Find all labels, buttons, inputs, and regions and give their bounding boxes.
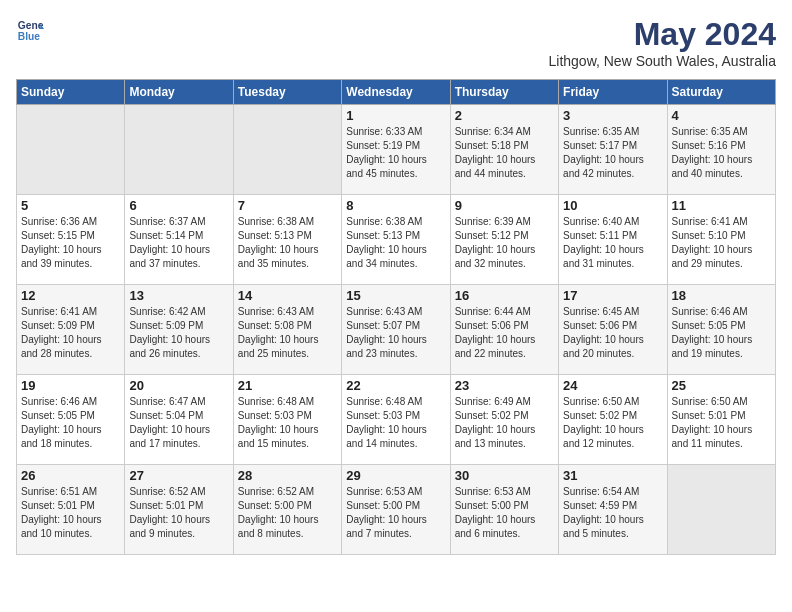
day-info: Sunrise: 6:38 AM Sunset: 5:13 PM Dayligh…: [346, 215, 445, 271]
calendar-cell: 23Sunrise: 6:49 AM Sunset: 5:02 PM Dayli…: [450, 375, 558, 465]
calendar-cell: 22Sunrise: 6:48 AM Sunset: 5:03 PM Dayli…: [342, 375, 450, 465]
calendar-cell: 1Sunrise: 6:33 AM Sunset: 5:19 PM Daylig…: [342, 105, 450, 195]
calendar-cell: 13Sunrise: 6:42 AM Sunset: 5:09 PM Dayli…: [125, 285, 233, 375]
calendar-cell: 26Sunrise: 6:51 AM Sunset: 5:01 PM Dayli…: [17, 465, 125, 555]
day-info: Sunrise: 6:50 AM Sunset: 5:01 PM Dayligh…: [672, 395, 771, 451]
calendar-cell: [125, 105, 233, 195]
svg-text:Blue: Blue: [18, 31, 41, 42]
day-number: 12: [21, 288, 120, 303]
day-number: 18: [672, 288, 771, 303]
day-info: Sunrise: 6:40 AM Sunset: 5:11 PM Dayligh…: [563, 215, 662, 271]
calendar-cell: 7Sunrise: 6:38 AM Sunset: 5:13 PM Daylig…: [233, 195, 341, 285]
logo-icon: General Blue: [16, 16, 44, 44]
day-number: 10: [563, 198, 662, 213]
day-number: 29: [346, 468, 445, 483]
calendar-cell: 15Sunrise: 6:43 AM Sunset: 5:07 PM Dayli…: [342, 285, 450, 375]
day-number: 14: [238, 288, 337, 303]
calendar-cell: 5Sunrise: 6:36 AM Sunset: 5:15 PM Daylig…: [17, 195, 125, 285]
day-number: 20: [129, 378, 228, 393]
day-number: 17: [563, 288, 662, 303]
calendar-cell: 25Sunrise: 6:50 AM Sunset: 5:01 PM Dayli…: [667, 375, 775, 465]
calendar-cell: 9Sunrise: 6:39 AM Sunset: 5:12 PM Daylig…: [450, 195, 558, 285]
day-info: Sunrise: 6:52 AM Sunset: 5:00 PM Dayligh…: [238, 485, 337, 541]
calendar-cell: 29Sunrise: 6:53 AM Sunset: 5:00 PM Dayli…: [342, 465, 450, 555]
calendar-cell: 19Sunrise: 6:46 AM Sunset: 5:05 PM Dayli…: [17, 375, 125, 465]
weekday-header-tuesday: Tuesday: [233, 80, 341, 105]
calendar-cell: 18Sunrise: 6:46 AM Sunset: 5:05 PM Dayli…: [667, 285, 775, 375]
day-number: 22: [346, 378, 445, 393]
logo: General Blue: [16, 16, 44, 44]
page-header: General Blue May 2024 Lithgow, New South…: [16, 16, 776, 69]
weekday-header-saturday: Saturday: [667, 80, 775, 105]
calendar-cell: 28Sunrise: 6:52 AM Sunset: 5:00 PM Dayli…: [233, 465, 341, 555]
calendar-cell: 31Sunrise: 6:54 AM Sunset: 4:59 PM Dayli…: [559, 465, 667, 555]
weekday-header-row: SundayMondayTuesdayWednesdayThursdayFrid…: [17, 80, 776, 105]
day-info: Sunrise: 6:33 AM Sunset: 5:19 PM Dayligh…: [346, 125, 445, 181]
calendar-header: SundayMondayTuesdayWednesdayThursdayFrid…: [17, 80, 776, 105]
day-info: Sunrise: 6:45 AM Sunset: 5:06 PM Dayligh…: [563, 305, 662, 361]
day-number: 3: [563, 108, 662, 123]
day-number: 16: [455, 288, 554, 303]
day-info: Sunrise: 6:39 AM Sunset: 5:12 PM Dayligh…: [455, 215, 554, 271]
day-number: 5: [21, 198, 120, 213]
day-number: 4: [672, 108, 771, 123]
calendar-cell: 6Sunrise: 6:37 AM Sunset: 5:14 PM Daylig…: [125, 195, 233, 285]
day-info: Sunrise: 6:41 AM Sunset: 5:09 PM Dayligh…: [21, 305, 120, 361]
calendar-cell: 21Sunrise: 6:48 AM Sunset: 5:03 PM Dayli…: [233, 375, 341, 465]
title-block: May 2024 Lithgow, New South Wales, Austr…: [549, 16, 777, 69]
calendar-cell: [233, 105, 341, 195]
calendar-cell: 3Sunrise: 6:35 AM Sunset: 5:17 PM Daylig…: [559, 105, 667, 195]
day-info: Sunrise: 6:54 AM Sunset: 4:59 PM Dayligh…: [563, 485, 662, 541]
week-row-4: 19Sunrise: 6:46 AM Sunset: 5:05 PM Dayli…: [17, 375, 776, 465]
week-row-3: 12Sunrise: 6:41 AM Sunset: 5:09 PM Dayli…: [17, 285, 776, 375]
day-info: Sunrise: 6:41 AM Sunset: 5:10 PM Dayligh…: [672, 215, 771, 271]
calendar-cell: 10Sunrise: 6:40 AM Sunset: 5:11 PM Dayli…: [559, 195, 667, 285]
calendar-cell: [17, 105, 125, 195]
day-number: 21: [238, 378, 337, 393]
svg-text:General: General: [18, 20, 44, 31]
day-number: 1: [346, 108, 445, 123]
day-info: Sunrise: 6:35 AM Sunset: 5:17 PM Dayligh…: [563, 125, 662, 181]
day-number: 23: [455, 378, 554, 393]
day-info: Sunrise: 6:53 AM Sunset: 5:00 PM Dayligh…: [455, 485, 554, 541]
calendar-cell: 17Sunrise: 6:45 AM Sunset: 5:06 PM Dayli…: [559, 285, 667, 375]
day-info: Sunrise: 6:46 AM Sunset: 5:05 PM Dayligh…: [672, 305, 771, 361]
day-number: 9: [455, 198, 554, 213]
day-info: Sunrise: 6:38 AM Sunset: 5:13 PM Dayligh…: [238, 215, 337, 271]
day-info: Sunrise: 6:46 AM Sunset: 5:05 PM Dayligh…: [21, 395, 120, 451]
day-info: Sunrise: 6:42 AM Sunset: 5:09 PM Dayligh…: [129, 305, 228, 361]
week-row-1: 1Sunrise: 6:33 AM Sunset: 5:19 PM Daylig…: [17, 105, 776, 195]
day-info: Sunrise: 6:49 AM Sunset: 5:02 PM Dayligh…: [455, 395, 554, 451]
day-number: 6: [129, 198, 228, 213]
day-number: 31: [563, 468, 662, 483]
calendar-cell: 11Sunrise: 6:41 AM Sunset: 5:10 PM Dayli…: [667, 195, 775, 285]
day-number: 2: [455, 108, 554, 123]
day-info: Sunrise: 6:43 AM Sunset: 5:08 PM Dayligh…: [238, 305, 337, 361]
week-row-2: 5Sunrise: 6:36 AM Sunset: 5:15 PM Daylig…: [17, 195, 776, 285]
location-title: Lithgow, New South Wales, Australia: [549, 53, 777, 69]
day-number: 8: [346, 198, 445, 213]
day-info: Sunrise: 6:48 AM Sunset: 5:03 PM Dayligh…: [238, 395, 337, 451]
month-title: May 2024: [549, 16, 777, 53]
day-number: 15: [346, 288, 445, 303]
calendar-cell: 16Sunrise: 6:44 AM Sunset: 5:06 PM Dayli…: [450, 285, 558, 375]
calendar-cell: 4Sunrise: 6:35 AM Sunset: 5:16 PM Daylig…: [667, 105, 775, 195]
day-info: Sunrise: 6:51 AM Sunset: 5:01 PM Dayligh…: [21, 485, 120, 541]
day-info: Sunrise: 6:50 AM Sunset: 5:02 PM Dayligh…: [563, 395, 662, 451]
day-number: 7: [238, 198, 337, 213]
day-info: Sunrise: 6:48 AM Sunset: 5:03 PM Dayligh…: [346, 395, 445, 451]
calendar-cell: 2Sunrise: 6:34 AM Sunset: 5:18 PM Daylig…: [450, 105, 558, 195]
day-number: 28: [238, 468, 337, 483]
calendar-cell: 8Sunrise: 6:38 AM Sunset: 5:13 PM Daylig…: [342, 195, 450, 285]
calendar-cell: 24Sunrise: 6:50 AM Sunset: 5:02 PM Dayli…: [559, 375, 667, 465]
calendar-cell: 27Sunrise: 6:52 AM Sunset: 5:01 PM Dayli…: [125, 465, 233, 555]
calendar-table: SundayMondayTuesdayWednesdayThursdayFrid…: [16, 79, 776, 555]
day-info: Sunrise: 6:34 AM Sunset: 5:18 PM Dayligh…: [455, 125, 554, 181]
weekday-header-monday: Monday: [125, 80, 233, 105]
day-number: 11: [672, 198, 771, 213]
day-number: 27: [129, 468, 228, 483]
day-number: 13: [129, 288, 228, 303]
week-row-5: 26Sunrise: 6:51 AM Sunset: 5:01 PM Dayli…: [17, 465, 776, 555]
day-info: Sunrise: 6:36 AM Sunset: 5:15 PM Dayligh…: [21, 215, 120, 271]
weekday-header-friday: Friday: [559, 80, 667, 105]
